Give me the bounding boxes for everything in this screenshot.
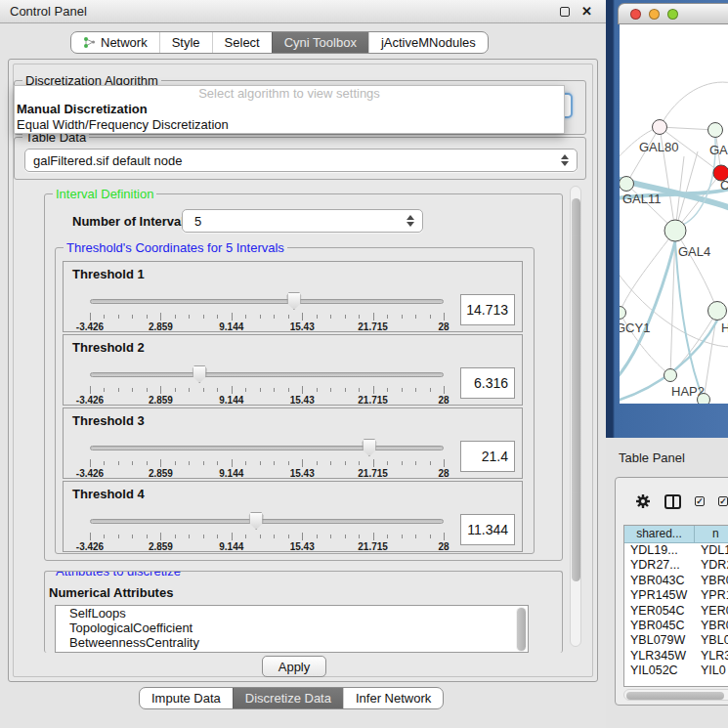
table-data-combobox[interactable]: galFiltered.sif default node [24, 149, 578, 172]
tick-mark [373, 533, 374, 540]
tick-mark [302, 459, 303, 467]
network-node-hap2[interactable] [664, 369, 677, 382]
tick-mark [317, 535, 318, 538]
stepper-arrows-icon [407, 215, 414, 227]
tick-mark [90, 313, 91, 321]
slider-thumb[interactable] [249, 512, 264, 530]
scrollbar-thumb[interactable] [572, 198, 580, 581]
column-header-name[interactable]: n [695, 526, 728, 543]
zoom-traffic-light[interactable] [667, 9, 678, 20]
table-row[interactable]: YER054CYER0 [624, 604, 728, 619]
node-label: GA [709, 143, 728, 157]
network-node[interactable] [698, 394, 710, 405]
slider-thumb[interactable] [362, 439, 376, 456]
tick-mark [175, 388, 176, 392]
table-row[interactable]: YPR145WYPR1 [624, 588, 728, 603]
table-row[interactable]: YBR043CYBR0 [624, 574, 728, 588]
threshold-slider[interactable]: -3.4262.8599.14415.4321.71528 [90, 291, 444, 332]
checkbox-icon[interactable]: ✓ [695, 496, 705, 506]
network-view[interactable]: GAL80GACGAL11GAL4GCY1HHAP2 [620, 24, 728, 404]
apply-button[interactable]: Apply [262, 656, 326, 677]
table-row[interactable]: YDR27...YDR2 [624, 558, 728, 573]
popup-placeholder-item[interactable]: Select algorithm to view settings [15, 86, 564, 102]
column-header-shared[interactable]: shared... [624, 526, 695, 543]
threshold-value-field[interactable]: 14.713 [460, 294, 515, 325]
threshold-slider[interactable]: -3.4262.8599.14415.4321.71528 [90, 438, 444, 479]
table-row[interactable]: YBL079WYBL0 [624, 633, 728, 648]
table-row[interactable]: YBR045CYBR0 [624, 619, 728, 633]
close-traffic-light[interactable] [630, 9, 641, 20]
network-node-gcy1[interactable] [620, 307, 626, 320]
threshold-value-field[interactable]: 6.316 [460, 367, 515, 399]
tick-mark [104, 535, 105, 538]
attribute-list-item[interactable]: BetweennessCentrality [56, 635, 528, 650]
float-window-icon[interactable] [560, 7, 570, 17]
threshold-value-field[interactable]: 11.344 [460, 514, 515, 545]
network-node-h[interactable] [708, 302, 727, 321]
slider-thumb[interactable] [286, 292, 301, 310]
scrollbar-thumb[interactable] [626, 692, 724, 700]
tick-mark [118, 461, 119, 465]
tab-cyni-toolbox[interactable]: Cyni Toolbox [272, 32, 368, 53]
tab-jactivemnodules[interactable]: jActiveMNodules [368, 32, 488, 53]
network-node-ga[interactable] [708, 123, 723, 138]
top-tab-strip: Network Style Select Cyni Toolbox jActiv… [70, 31, 489, 54]
number-of-intervals-combobox[interactable]: 5 [182, 209, 423, 233]
network-window-titlebar[interactable] [618, 3, 728, 24]
numerical-attributes-list[interactable]: SelfLoopsTopologicalCoefficientBetweenne… [55, 605, 529, 653]
table-horizontal-scrollbar[interactable] [623, 689, 728, 701]
tick-mark [359, 461, 360, 465]
slider-track[interactable] [90, 446, 444, 450]
slider-ticks [90, 533, 444, 540]
tick-mark [302, 313, 303, 321]
split-columns-icon[interactable] [664, 494, 681, 509]
tick-mark [132, 388, 133, 392]
tab-select[interactable]: Select [212, 32, 272, 53]
slider-track[interactable] [90, 372, 444, 377]
slider-track[interactable] [90, 299, 444, 304]
tab-impute-data[interactable]: Impute Data [140, 688, 233, 708]
tick-mark [387, 315, 388, 319]
checkbox-icon[interactable]: ✓ [718, 496, 728, 506]
tick-mark [415, 461, 416, 465]
tick-mark [147, 388, 148, 392]
slider-thumb[interactable] [193, 365, 207, 383]
attribute-list-item[interactable]: SelfLoops [56, 606, 528, 621]
tick-mark [203, 535, 204, 538]
threshold-1-box: Threshold 1 -3.4262.8599.14415.4321.7152… [63, 261, 523, 332]
tab-label: Cyni Toolbox [284, 32, 357, 53]
tick-mark [402, 315, 403, 319]
close-icon[interactable]: ✕ [581, 4, 592, 19]
network-window-frame[interactable]: GAL80GACGAL11GAL4GCY1HHAP2 [606, 0, 728, 438]
tab-discretize-data[interactable]: Discretize Data [233, 688, 343, 708]
table-row[interactable]: YIL052CYIL0 [624, 664, 728, 678]
attributes-group: Attributes to discretize Numerical Attri… [44, 571, 563, 653]
table-toolbar: ✓ ✓ [621, 484, 728, 519]
slider-track[interactable] [90, 519, 444, 524]
network-node-gal11[interactable] [620, 177, 634, 192]
attribute-list-item[interactable]: TopologicalCoefficient [56, 621, 528, 635]
list-scrollbar[interactable] [516, 607, 527, 652]
network-node-gal80[interactable] [653, 120, 667, 135]
tab-network[interactable]: Network [71, 32, 159, 53]
tick-mark [288, 535, 289, 538]
popup-option-manual-discretization[interactable]: Manual Discretization [15, 102, 564, 117]
tab-infer-network[interactable]: Infer Network [343, 688, 443, 708]
tick-mark [104, 461, 105, 465]
tab-style[interactable]: Style [159, 32, 212, 53]
table-row[interactable]: YLR345WYLR3 [624, 649, 728, 664]
gear-icon[interactable] [635, 493, 651, 509]
tick-mark [302, 533, 303, 540]
scrollbar-thumb[interactable] [517, 608, 526, 651]
popup-option-equal-width[interactable]: Equal Width/Frequency Discretization [15, 117, 564, 133]
tick-mark [132, 315, 133, 319]
table-row[interactable]: YDL19...YDL1 [624, 543, 728, 558]
threshold-slider[interactable]: -3.4262.8599.14415.4321.71528 [90, 364, 444, 406]
panel-title: Control Panel [0, 4, 560, 19]
tick-label: -3.426 [76, 468, 104, 479]
network-node-gal4[interactable] [664, 220, 686, 241]
threshold-slider[interactable]: -3.4262.8599.14415.4321.71528 [90, 511, 444, 552]
minimize-traffic-light[interactable] [649, 9, 660, 20]
threshold-value-field[interactable]: 21.4 [460, 441, 515, 472]
panel-vertical-scrollbar[interactable] [570, 186, 581, 647]
